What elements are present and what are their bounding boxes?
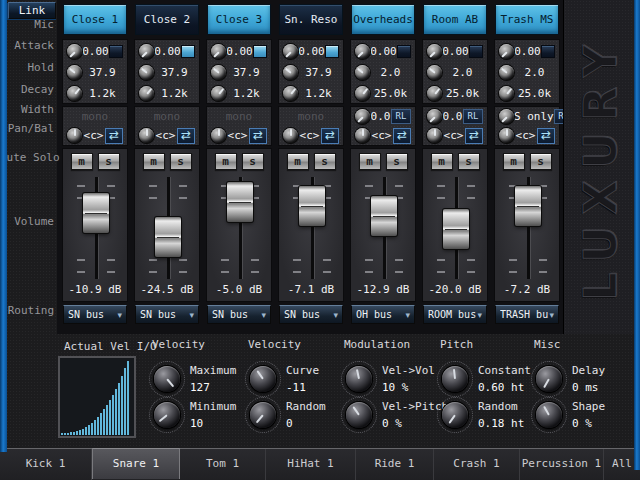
hold-knob[interactable] <box>427 65 442 80</box>
channel-swap-button[interactable]: ⇄ <box>465 128 483 144</box>
routing-dropdown[interactable]: SN bus▾ <box>279 305 343 324</box>
random-knob[interactable] <box>442 402 468 428</box>
channel-header-button[interactable]: Trash MS <box>495 4 559 35</box>
rl-button[interactable]: RL <box>391 109 411 124</box>
hold-knob[interactable] <box>499 65 514 80</box>
attack-toggle[interactable] <box>469 45 483 58</box>
attack-knob[interactable] <box>67 44 82 59</box>
mute-button[interactable]: m <box>431 153 453 170</box>
fader-handle[interactable] <box>227 182 253 222</box>
vel-pitch-knob[interactable] <box>346 402 372 428</box>
pan-knob[interactable] <box>499 128 514 143</box>
attack-knob[interactable] <box>355 44 370 59</box>
maximum-knob[interactable] <box>154 366 180 392</box>
pan-knob[interactable] <box>427 128 442 143</box>
fader-handle[interactable] <box>443 209 469 249</box>
channel-header-button[interactable]: Close 2 <box>135 4 199 35</box>
decay-knob[interactable] <box>67 86 82 101</box>
fader-handle[interactable] <box>83 193 109 233</box>
hold-knob[interactable] <box>67 65 82 80</box>
vel-vol-knob[interactable] <box>346 366 372 392</box>
mute-button[interactable]: m <box>287 153 309 170</box>
tab-kick-1[interactable]: Kick 1 <box>0 449 92 480</box>
tab-tom-1[interactable]: Tom 1 <box>180 449 266 480</box>
attack-knob[interactable] <box>499 44 514 59</box>
decay-knob[interactable] <box>139 86 154 101</box>
width-knob[interactable] <box>427 109 442 124</box>
shape-knob[interactable] <box>536 402 562 428</box>
decay-knob[interactable] <box>499 86 514 101</box>
pan-knob[interactable] <box>211 128 226 143</box>
channel-header-button[interactable]: Room AB <box>423 4 487 35</box>
random-knob[interactable] <box>250 402 276 428</box>
solo-button[interactable]: s <box>242 153 264 170</box>
fader-handle[interactable] <box>515 186 541 226</box>
decay-knob[interactable] <box>211 86 226 101</box>
minimum-knob[interactable] <box>154 402 180 428</box>
decay-knob[interactable] <box>355 86 370 101</box>
channel-swap-button[interactable]: ⇄ <box>105 128 123 144</box>
attack-knob[interactable] <box>427 44 442 59</box>
hold-knob[interactable] <box>355 65 370 80</box>
mute-button[interactable]: m <box>215 153 237 170</box>
hold-knob[interactable] <box>139 65 154 80</box>
tab-hihat-1[interactable]: HiHat 1 <box>266 449 356 480</box>
attack-knob[interactable] <box>283 44 298 59</box>
channel-header-button[interactable]: Close 3 <box>207 4 271 35</box>
solo-button[interactable]: s <box>386 153 408 170</box>
attack-toggle[interactable] <box>109 45 123 58</box>
routing-dropdown[interactable]: SN bus▾ <box>207 305 271 324</box>
hold-knob[interactable] <box>283 65 298 80</box>
routing-dropdown[interactable]: TRASH bus▾ <box>495 305 559 324</box>
channel-header-button[interactable]: Overheads <box>351 4 415 35</box>
channel-swap-button[interactable]: ⇄ <box>537 128 555 144</box>
attack-toggle[interactable] <box>181 45 195 58</box>
fader-handle[interactable] <box>371 196 397 236</box>
routing-dropdown[interactable]: ROOM bus▾ <box>423 305 487 324</box>
channel-swap-button[interactable]: ⇄ <box>249 128 267 144</box>
routing-dropdown[interactable]: OH bus▾ <box>351 305 415 324</box>
decay-knob[interactable] <box>427 86 442 101</box>
channel-header-button[interactable]: Close 1 <box>63 4 127 35</box>
solo-button[interactable]: s <box>530 153 552 170</box>
channel-swap-button[interactable]: ⇄ <box>177 128 195 144</box>
constant-knob[interactable] <box>442 366 468 392</box>
curve-knob[interactable] <box>250 366 276 392</box>
decay-knob[interactable] <box>283 86 298 101</box>
mute-button[interactable]: m <box>503 153 525 170</box>
attack-knob[interactable] <box>139 44 154 59</box>
width-knob[interactable] <box>499 109 514 124</box>
tab-snare-1[interactable]: Snare 1 <box>92 448 180 479</box>
tab-crash-1[interactable]: Crash 1 <box>434 449 520 480</box>
channel-swap-button[interactable]: ⇄ <box>321 128 339 144</box>
routing-dropdown[interactable]: SN bus▾ <box>63 305 127 324</box>
fader-handle[interactable] <box>155 217 181 257</box>
pan-knob[interactable] <box>355 128 370 143</box>
solo-button[interactable]: s <box>98 153 120 170</box>
mute-button[interactable]: m <box>143 153 165 170</box>
rl-button[interactable]: RL <box>463 109 483 124</box>
fader-handle[interactable] <box>299 186 325 226</box>
attack-toggle[interactable] <box>397 45 411 58</box>
attack-knob[interactable] <box>211 44 226 59</box>
attack-toggle[interactable] <box>541 45 555 58</box>
channel-swap-button[interactable]: ⇄ <box>393 128 411 144</box>
width-knob[interactable] <box>355 109 370 124</box>
attack-toggle[interactable] <box>253 45 267 58</box>
link-button[interactable]: Link <box>8 2 56 19</box>
solo-button[interactable]: s <box>170 153 192 170</box>
attack-toggle[interactable] <box>325 45 339 58</box>
pan-knob[interactable] <box>283 128 298 143</box>
delay-knob[interactable] <box>536 366 562 392</box>
tab-percussion-1[interactable]: Percussion 1 <box>520 449 604 480</box>
routing-dropdown[interactable]: SN bus▾ <box>135 305 199 324</box>
pan-knob[interactable] <box>139 128 154 143</box>
channel-header-button[interactable]: Sn. Reso <box>279 4 343 35</box>
tab-ride-1[interactable]: Ride 1 <box>356 449 434 480</box>
hold-knob[interactable] <box>211 65 226 80</box>
mute-button[interactable]: m <box>359 153 381 170</box>
pan-knob[interactable] <box>67 128 82 143</box>
solo-button[interactable]: s <box>314 153 336 170</box>
solo-button[interactable]: s <box>458 153 480 170</box>
mute-button[interactable]: m <box>71 153 93 170</box>
